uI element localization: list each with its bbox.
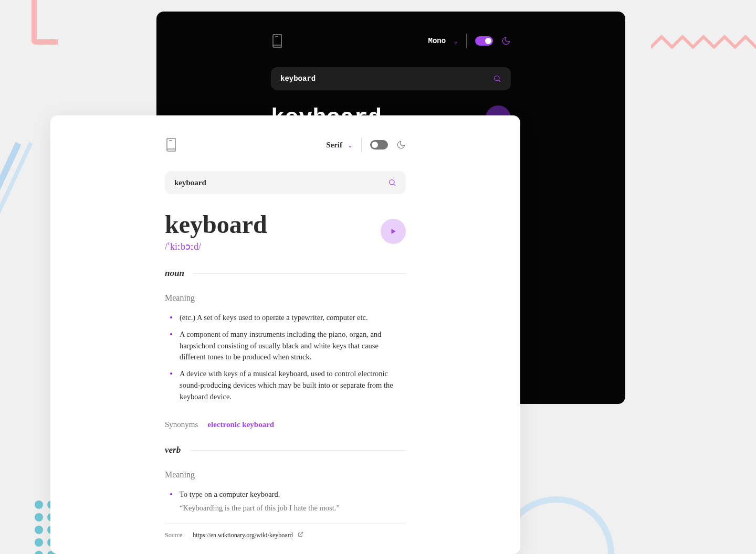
play-icon [390,228,397,235]
book-logo-icon [271,34,284,48]
definition-item: A device with keys of a musical keyboard… [165,368,406,402]
definition-item: A component of many instruments includin… [165,329,406,363]
deco-l-shape [32,0,58,45]
svg-line-2 [499,80,500,82]
search-icon [388,178,396,187]
word-heading-light: keyboard [165,210,267,239]
search-icon [493,74,501,83]
chevron-down-icon: ⌄ [454,38,458,45]
font-label: Serif [326,141,342,149]
moon-icon [396,140,406,150]
pos-row-noun: noun [165,268,406,279]
noun-definitions-list: (etc.) A set of keys used to operate a t… [165,312,406,402]
topbar-light: Serif ⌄ [165,134,406,155]
font-selector-light[interactable]: Serif ⌄ [326,140,353,150]
synonym-link[interactable]: electronic keyboard [207,420,274,429]
book-logo-icon [165,137,177,152]
source-label: Source [165,531,182,539]
verb-definitions-list: To type on a computer keyboard. “Keyboar… [165,489,406,514]
chevron-down-icon: ⌄ [348,142,353,149]
moon-icon [501,36,511,46]
dark-mode-toggle[interactable] [370,140,388,150]
dark-mode-toggle[interactable] [475,36,493,46]
meaning-label: Meaning [165,470,406,480]
search-input-light[interactable]: keyboard [165,171,406,194]
deco-diagonal-line [0,142,22,278]
meaning-label: Meaning [165,293,406,303]
example-text: “Keyboarding is the part of this job I h… [180,503,406,514]
pos-divider [194,273,406,274]
source-link[interactable]: https://en.wiktionary.org/wiki/keyboard [193,531,292,539]
svg-line-8 [300,532,302,535]
svg-marker-7 [392,229,396,233]
svg-point-5 [390,180,394,185]
source-row: Source https://en.wiktionary.org/wiki/ke… [165,524,406,539]
external-link-icon [298,531,303,537]
definition-item: To type on a computer keyboard. “Keyboar… [165,489,406,514]
pos-row-verb: verb [165,445,406,455]
deco-zigzag [651,31,756,52]
synonyms-label: Synonyms [165,420,198,429]
topbar-dark: Mono ⌄ [271,30,511,51]
svg-point-1 [495,76,499,81]
synonyms-row: Synonyms electronic keyboard [165,420,406,429]
search-input-dark[interactable]: keyboard [271,67,511,90]
font-label: Mono [428,37,446,45]
dictionary-card-light: Serif ⌄ keyboard keyboard /ˈkiːbɔːd/ nou… [50,115,520,554]
font-selector-dark[interactable]: Mono ⌄ [428,36,458,46]
divider [466,34,467,48]
definition-text: To type on a computer keyboard. [180,490,280,498]
svg-line-6 [394,184,395,186]
divider [361,137,362,152]
deco-diagonal-line-2 [0,142,33,267]
search-value: keyboard [280,74,316,83]
pos-label: noun [165,268,184,279]
play-audio-button-light[interactable] [381,219,406,244]
pos-label: verb [165,445,181,455]
pos-divider [190,450,406,451]
phonetic-text: /ˈkiːbɔːd/ [165,241,267,252]
definition-item: (etc.) A set of keys used to operate a t… [165,312,406,324]
search-value: keyboard [174,178,206,187]
